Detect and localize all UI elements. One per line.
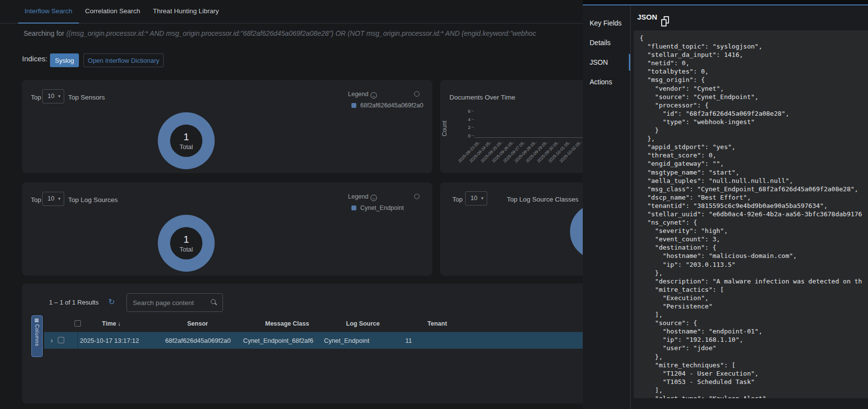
detail-panel-accent-line bbox=[583, 4, 868, 5]
donut-total-value: 1 bbox=[183, 131, 189, 143]
detail-nav-details[interactable]: Details bbox=[583, 33, 630, 52]
app-root: Interflow SearchCorrelation SearchThreat… bbox=[0, 0, 868, 409]
chevron-down-icon: ▼ bbox=[57, 197, 61, 201]
legend-swatch bbox=[351, 103, 356, 108]
detail-nav-actions[interactable]: Actions bbox=[583, 72, 630, 92]
top-n-value: 10 bbox=[471, 195, 477, 202]
y-tick: 6 bbox=[461, 108, 471, 114]
legend-item[interactable]: 68f2af626d45a069f2a0 bbox=[351, 102, 423, 109]
donut-center: 1 Total bbox=[170, 227, 202, 259]
chevron-down-icon: ▼ bbox=[57, 94, 61, 99]
legend-label[interactable]: Legend→ bbox=[348, 193, 377, 201]
page-search-box bbox=[126, 293, 223, 312]
top-label: Top bbox=[31, 196, 41, 204]
cell-time: 2025-10-17 13:17:12 bbox=[80, 337, 139, 344]
column-header-time[interactable]: Time↓ bbox=[102, 320, 121, 327]
cell-tenant: 11 bbox=[405, 337, 412, 344]
legend-label[interactable]: Legend→ bbox=[348, 91, 377, 99]
expand-row-icon[interactable]: › bbox=[50, 336, 53, 344]
y-tick: 2 bbox=[461, 125, 471, 130]
top-log-sources-panel: Top 10 ▼ Top Log Sources Legend→ Cynet_E… bbox=[22, 182, 432, 276]
detail-nav: Key FieldsDetailsJSONActions bbox=[583, 13, 630, 92]
top-sensors-panel: Top 10 ▼ Top Sensors Legend→ 68f2af626d4… bbox=[22, 80, 432, 173]
donut-center: 1 Total bbox=[170, 125, 202, 157]
column-header-sensor[interactable]: Sensor bbox=[187, 320, 208, 327]
cell-sensor: 68f2af626d45a069f2a0 bbox=[165, 337, 231, 344]
y-tick-mark bbox=[471, 135, 474, 136]
page-search-input[interactable] bbox=[127, 294, 205, 311]
tab-correlation-search[interactable]: Correlation Search bbox=[79, 0, 147, 24]
column-header-message-class[interactable]: Message Class bbox=[265, 320, 309, 327]
column-header-log-source[interactable]: Log Source bbox=[346, 320, 380, 327]
top-sensors-donut[interactable]: 1 Total bbox=[158, 112, 215, 169]
tab-interflow-search[interactable]: Interflow Search bbox=[18, 0, 79, 24]
results-count: 1 – 1 of 1 Results bbox=[49, 299, 99, 306]
detail-panel-top-strip bbox=[583, 0, 868, 4]
y-tick: 0 bbox=[461, 133, 471, 138]
legend-swatch bbox=[351, 205, 356, 210]
columns-button-label: Columns bbox=[34, 324, 40, 346]
top-n-value: 10 bbox=[48, 195, 54, 202]
json-code: { "fluentd_topic": "syslogjson", "stella… bbox=[634, 30, 868, 398]
row-checkbox[interactable] bbox=[58, 337, 64, 343]
donut-total-label: Total bbox=[179, 143, 193, 151]
top-log-sources-donut[interactable]: 1 Total bbox=[158, 215, 215, 272]
legend-item[interactable]: Cynet_Endpoint bbox=[351, 204, 404, 211]
indices-label: Indices: bbox=[22, 54, 48, 63]
index-syslog-button[interactable]: Syslog bbox=[50, 53, 79, 67]
donut-total-value: 1 bbox=[183, 234, 189, 245]
json-view-title: JSON bbox=[637, 13, 657, 21]
columns-button[interactable]: ▦ Columns bbox=[31, 315, 43, 357]
panel-title: Top Log Source Classes bbox=[507, 196, 578, 203]
select-all-checkbox[interactable] bbox=[74, 320, 81, 327]
top-n-select[interactable]: 10 ▼ bbox=[465, 191, 487, 205]
sort-descending-icon: ↓ bbox=[118, 320, 121, 327]
top-label: Top bbox=[452, 196, 463, 203]
refresh-icon[interactable]: ↻ bbox=[108, 297, 115, 307]
search-icon[interactable] bbox=[211, 299, 216, 304]
y-tick-mark bbox=[471, 127, 474, 128]
detail-nav-key-fields[interactable]: Key Fields bbox=[583, 13, 630, 33]
search-query-text: ((msg_origin.processor.id:* AND msg_orig… bbox=[66, 29, 536, 37]
tab-threat-hunting-library[interactable]: Threat Hunting Library bbox=[147, 0, 225, 24]
y-tick-mark bbox=[471, 119, 474, 120]
cell-log-source: Cynet_Endpoint bbox=[324, 337, 370, 344]
json-code-block[interactable]: { "fluentd_topic": "syslogjson", "stella… bbox=[634, 30, 868, 398]
cell-message-class: Cynet_Endpoint_68f2af6 bbox=[243, 337, 313, 344]
status-circle-icon[interactable] bbox=[414, 194, 420, 199]
search-summary-prefix: Searching for bbox=[24, 29, 66, 37]
panel-title: Top Sensors bbox=[68, 94, 105, 101]
legend-arrow-icon: → bbox=[371, 195, 377, 201]
open-interflow-dictionary-button[interactable]: Open Interflow Dictionary bbox=[83, 53, 164, 67]
legend-arrow-icon: → bbox=[371, 92, 377, 99]
y-tick: 4 bbox=[461, 117, 471, 122]
detail-nav-json[interactable]: JSON bbox=[583, 52, 630, 72]
top-n-select[interactable]: 10 ▼ bbox=[42, 89, 64, 103]
column-header-tenant[interactable]: Tenant bbox=[427, 320, 447, 327]
top-label: Top bbox=[31, 94, 41, 101]
chevron-down-icon: ▼ bbox=[480, 196, 484, 201]
y-axis-label: Count bbox=[441, 114, 448, 143]
copy-icon[interactable] bbox=[661, 16, 671, 28]
grid-icon: ▦ bbox=[34, 317, 39, 323]
top-n-select[interactable]: 10 ▼ bbox=[42, 192, 64, 206]
y-tick-mark bbox=[471, 111, 474, 111]
top-n-value: 10 bbox=[48, 93, 54, 100]
status-circle-icon[interactable] bbox=[414, 91, 420, 97]
panel-title: Documents Over Time bbox=[449, 94, 515, 101]
panel-title: Top Log Sources bbox=[68, 196, 118, 204]
detail-panel: Key FieldsDetailsJSONActions JSON { "flu… bbox=[583, 0, 868, 409]
donut-total-label: Total bbox=[179, 246, 193, 253]
detail-nav-divider bbox=[630, 5, 631, 409]
column-divider bbox=[77, 332, 78, 349]
